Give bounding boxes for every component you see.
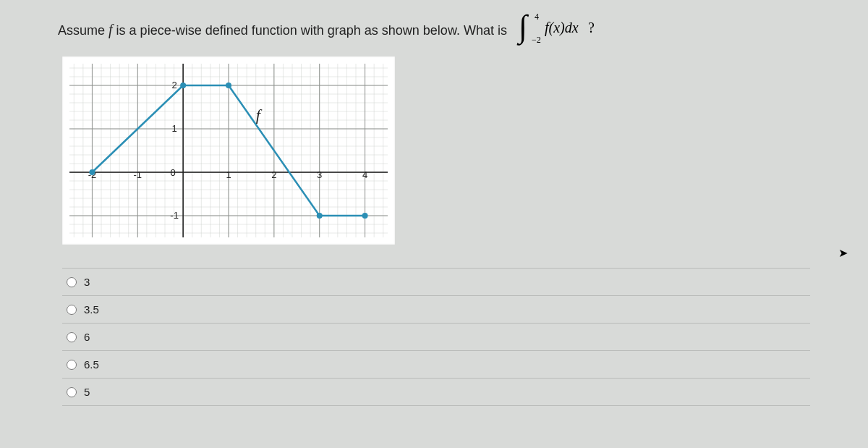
answer-label: 6.5 [84, 358, 99, 371]
x-tick-label: 0 [171, 167, 176, 178]
answer-option[interactable]: 3 [62, 268, 810, 295]
answer-label: 3 [84, 276, 90, 288]
x-tick-label: 2 [271, 169, 276, 180]
data-point [317, 213, 323, 219]
answer-label: 5 [84, 386, 90, 398]
chart-container: -2-101234-112f [62, 56, 810, 248]
y-tick-label: 1 [172, 123, 177, 134]
answer-option[interactable]: 6 [62, 323, 810, 350]
question-middle: is a piece-wise defined function with gr… [116, 23, 507, 38]
answer-radio[interactable] [67, 387, 77, 397]
integral-upper-bound: 4 [535, 12, 539, 22]
answer-radio[interactable] [67, 277, 77, 287]
answer-radio[interactable] [67, 305, 77, 315]
answer-option[interactable]: 3.5 [62, 295, 810, 323]
data-point [226, 83, 231, 88]
integral-expression: ∫ 4 −2 f(x)dx ? [513, 11, 600, 49]
data-point [180, 83, 186, 88]
integrand: f(x)dx [545, 20, 579, 36]
cursor-icon: ➤ [838, 246, 848, 260]
answer-option[interactable]: 6.5 [62, 350, 810, 378]
x-tick-label: 1 [226, 169, 231, 180]
function-label: f [256, 106, 263, 124]
svg-text:∫: ∫ [516, 11, 529, 46]
question-row: Assume f is a piece-wise defined functio… [58, 11, 810, 49]
x-tick-label: 3 [317, 169, 322, 180]
answer-option[interactable]: 5 [62, 378, 810, 406]
x-tick-label: 4 [362, 169, 367, 180]
answer-options: 33.566.55 [62, 268, 810, 406]
question-text: Assume f is a piece-wise defined functio… [58, 22, 507, 38]
y-tick-label: 2 [172, 80, 177, 90]
answer-label: 6 [84, 331, 90, 343]
answer-radio[interactable] [67, 360, 77, 370]
question-suffix: ? [588, 20, 595, 35]
integral-svg: ∫ 4 −2 f(x)dx ? [513, 11, 600, 46]
data-point [362, 213, 368, 219]
answer-label: 3.5 [84, 303, 99, 316]
integral-lower-bound: −2 [532, 35, 541, 45]
data-point [89, 169, 95, 175]
question-prefix: Assume [58, 23, 109, 38]
y-tick-label: -1 [170, 210, 179, 221]
answer-radio[interactable] [67, 332, 77, 342]
question-func: f [109, 22, 113, 38]
x-tick-label: -1 [134, 169, 142, 180]
function-graph: -2-101234-112f [62, 56, 395, 245]
